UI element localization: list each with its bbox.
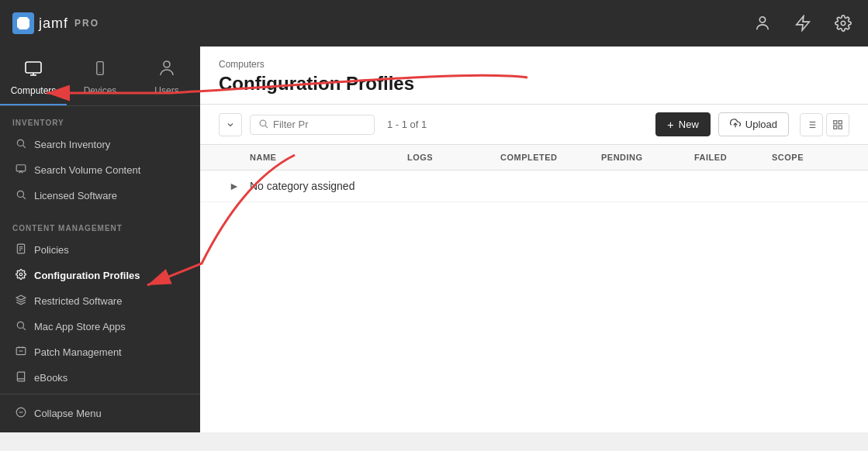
svg-point-27	[260, 120, 266, 126]
content-management-label: CONTENT MANAGEMENT	[0, 224, 200, 237]
no-category-cell: No category assigned	[250, 180, 407, 192]
top-nav: jamf PRO	[0, 0, 868, 46]
svg-line-10	[23, 146, 26, 148]
svg-line-13	[23, 197, 26, 199]
svg-point-9	[17, 139, 23, 146]
toolbar: 1 - 1 of 1 + New Upload	[200, 105, 868, 145]
filter-input[interactable]	[273, 119, 366, 130]
nav-tabs: Computers Devices Users	[0, 46, 200, 106]
collapse-icon	[16, 407, 26, 420]
devices-tab-label: Devices	[84, 85, 117, 96]
sidebar-item-mac-app-store[interactable]: Mac App Store Apps	[3, 314, 197, 339]
table-header: NAME LOGS COMPLETED PENDING FAILED SCOPE	[200, 145, 868, 170]
sidebar-item-label: Search Volume Content	[34, 164, 140, 176]
logo-area: jamf PRO	[12, 12, 99, 34]
svg-point-18	[19, 273, 22, 276]
sidebar-item-label: Configuration Profiles	[34, 270, 140, 281]
jamf-name: jamf	[39, 15, 68, 32]
col-completed: COMPLETED	[500, 153, 601, 162]
svg-point-8	[164, 61, 170, 67]
expand-row-button[interactable]: ►	[219, 180, 250, 192]
collapse-filter-button[interactable]	[219, 113, 242, 136]
sidebar-item-label: Search Inventory	[34, 139, 110, 150]
users-tab-icon	[157, 59, 176, 82]
breadcrumb: Computers	[219, 59, 849, 70]
svg-marker-1	[797, 16, 810, 30]
filter-search-icon	[258, 119, 268, 131]
content-management-section: CONTENT MANAGEMENT Policies Configuratio…	[0, 212, 200, 394]
svg-rect-36	[834, 120, 837, 123]
users-tab-label: Users	[154, 85, 178, 96]
content-area: Computers Configuration Profiles 1 - 1 o…	[200, 46, 868, 432]
new-button[interactable]: + New	[655, 112, 711, 136]
table-row: ► No category assigned	[200, 170, 868, 202]
collapse-label: Collapse Menu	[34, 408, 102, 419]
svg-point-12	[17, 191, 23, 197]
settings-icon-button[interactable]	[831, 11, 856, 36]
devices-tab-icon	[92, 59, 108, 82]
svg-rect-39	[839, 126, 842, 129]
monitor-icon	[16, 164, 26, 177]
svg-rect-37	[839, 120, 842, 123]
sidebar-item-search-volume[interactable]: Search Volume Content	[3, 157, 197, 183]
sidebar-item-licensed-software[interactable]: Licensed Software	[3, 183, 197, 208]
config-profiles-icon	[16, 269, 26, 282]
svg-line-28	[265, 125, 268, 127]
svg-rect-38	[834, 126, 837, 129]
filter-input-wrap[interactable]	[250, 115, 375, 135]
col-scope: SCOPE	[772, 153, 849, 162]
inventory-label: INVENTORY	[0, 119, 200, 132]
sidebar-bottom: Collapse Menu	[0, 394, 200, 432]
sidebar-item-config-profiles[interactable]: Configuration Profiles	[3, 263, 197, 288]
upload-button-label: Upload	[745, 119, 777, 130]
ebooks-icon	[16, 371, 26, 384]
svg-rect-11	[16, 165, 26, 171]
computers-tab-label: Computers	[11, 85, 57, 96]
sidebar-item-ebooks[interactable]: eBooks	[3, 365, 197, 391]
jamf-pro: PRO	[74, 18, 99, 29]
sidebar-item-policies[interactable]: Policies	[3, 237, 197, 263]
top-nav-actions	[750, 11, 856, 36]
collapse-menu-button[interactable]: Collapse Menu	[3, 401, 197, 426]
jamf-icon	[12, 12, 34, 34]
svg-line-20	[23, 328, 26, 330]
plus-icon: +	[667, 118, 674, 131]
flash-icon-button[interactable]	[790, 11, 815, 36]
col-pending: PENDING	[601, 153, 694, 162]
page-title: Configuration Profiles	[219, 73, 849, 104]
tab-devices[interactable]: Devices	[67, 53, 133, 105]
jamf-logo: jamf PRO	[12, 12, 99, 34]
sidebar-item-search-inventory[interactable]: Search Inventory	[3, 132, 197, 157]
sidebar-item-label: Patch Management	[34, 346, 122, 358]
sidebar-item-label: Restricted Software	[34, 295, 122, 307]
tab-users[interactable]: Users	[133, 53, 200, 105]
svg-point-2	[841, 21, 846, 26]
view-toggle-group	[800, 113, 849, 136]
col-failed: FAILED	[694, 153, 772, 162]
pagination-text: 1 - 1 of 1	[387, 119, 648, 130]
content-header: Computers Configuration Profiles	[200, 46, 868, 105]
svg-point-19	[17, 322, 23, 328]
sidebar-item-patch-management[interactable]: Patch Management	[3, 339, 197, 365]
patch-icon	[16, 346, 26, 359]
tab-computers[interactable]: Computers	[0, 53, 67, 105]
mac-app-icon	[16, 320, 26, 333]
list-view-button[interactable]	[800, 113, 823, 136]
sidebar-item-label: Licensed Software	[34, 190, 117, 201]
table-area: NAME LOGS COMPLETED PENDING FAILED SCOPE…	[200, 145, 868, 432]
svg-rect-6	[97, 62, 103, 75]
new-button-label: New	[679, 119, 699, 130]
svg-rect-3	[26, 62, 41, 73]
sidebar: Computers Devices Users INVENTORY	[0, 46, 200, 432]
computers-tab-icon	[24, 59, 43, 82]
licensed-icon	[16, 189, 26, 202]
grid-view-button[interactable]	[826, 113, 849, 136]
upload-button[interactable]: Upload	[718, 112, 789, 136]
sidebar-item-label: eBooks	[34, 372, 67, 384]
sidebar-item-restricted-software[interactable]: Restricted Software	[3, 288, 197, 314]
search-icon	[16, 138, 26, 151]
user-icon-button[interactable]	[750, 11, 775, 36]
svg-point-0	[759, 17, 765, 22]
col-name: NAME	[250, 153, 407, 162]
restricted-icon	[16, 294, 26, 308]
